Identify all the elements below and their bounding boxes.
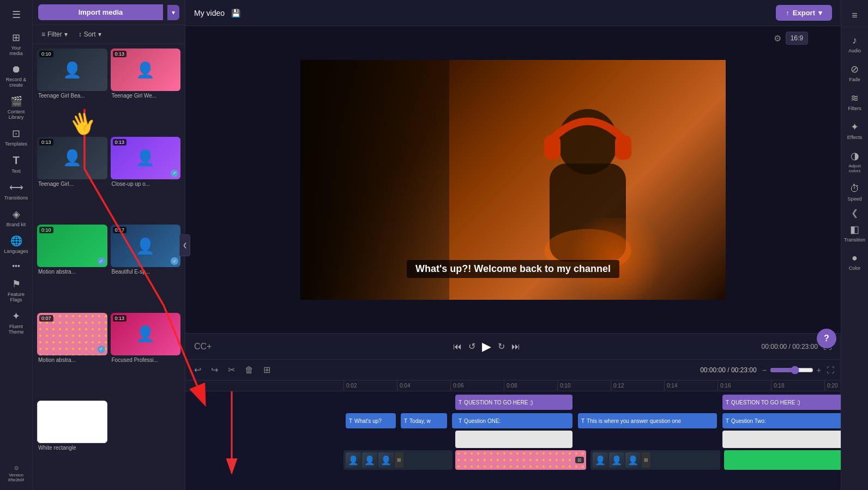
media-thumbnail: 👤 0:13	[111, 49, 181, 91]
sidebar-label-version: Version 85e2b0f	[4, 473, 28, 482]
sidebar-item-content-library[interactable]: 🎬 Content Library	[2, 92, 31, 123]
sidebar-item-more[interactable]: •••	[2, 258, 31, 274]
copy-button[interactable]: ⊞	[261, 362, 273, 377]
right-sidebar-transition[interactable]: ◧ Transition	[843, 219, 867, 247]
effects-icon: ✦	[851, 121, 859, 133]
right-sidebar-color[interactable]: ● Color	[843, 248, 867, 275]
clip-question-upper-2[interactable]: T QUESTION TO GO HERE :)	[722, 395, 841, 410]
sidebar-item-your-media[interactable]: ⊞ Your media	[2, 28, 31, 59]
clip-today[interactable]: T Today, w	[401, 413, 447, 428]
help-button[interactable]: ?	[817, 329, 836, 348]
skip-to-end-button[interactable]: ⏭	[511, 342, 520, 352]
clip-white-2[interactable]	[722, 431, 841, 448]
filter-chevron-icon: ▾	[64, 31, 68, 38]
export-button[interactable]: ↑ Export ▾	[776, 5, 832, 21]
forward-button[interactable]: ↻	[498, 341, 505, 352]
preview-settings-icon[interactable]: ⚙	[774, 33, 781, 44]
clip-question-two[interactable]: T Question Two:	[722, 413, 841, 428]
media-item[interactable]: 👤 0:10 Teenage Girl Bea...	[37, 49, 107, 134]
delete-button[interactable]: 🗑	[243, 363, 256, 377]
sidebar-item-transitions[interactable]: ⟷ Transitions	[2, 178, 31, 204]
clip-question-one[interactable]: T Question ONE:	[455, 413, 572, 428]
clip-answer-one[interactable]: T This is where you answer question one	[578, 413, 717, 428]
clip-label: What's up?	[354, 418, 382, 424]
right-sidebar-filters[interactable]: ≋ Filters	[843, 88, 867, 116]
sidebar-item-brand-kit[interactable]: ◈ Brand kit	[2, 205, 31, 231]
right-sidebar-fade[interactable]: ⊘ Fade	[843, 59, 867, 87]
media-item[interactable]: 👤 0:13 Focused Professi...	[111, 313, 181, 398]
right-sidebar-audio[interactable]: ♪ Audio	[843, 31, 867, 58]
filter-button[interactable]: ≡ Filter ▾	[38, 28, 71, 40]
right-sidebar-top: ≡	[841, 4, 868, 27]
media-thumbnail: 👤 0:17 ✓	[111, 225, 181, 267]
export-icon: ↑	[786, 9, 789, 17]
hamburger-menu[interactable]: ☰	[8, 4, 25, 25]
right-sidebar-speed[interactable]: ⏱ Speed	[843, 179, 867, 206]
clip-video-polka[interactable]: ⊠	[455, 450, 586, 470]
cut-button[interactable]: ✂	[226, 362, 237, 377]
text-clip-icon: T	[349, 418, 352, 424]
clip-video-green[interactable]: ⊠	[724, 450, 841, 470]
filter-icon: ≡	[41, 31, 45, 38]
aspect-ratio-badge[interactable]: 16:9	[786, 32, 808, 45]
zoom-out-button[interactable]: −	[762, 366, 767, 374]
timeline-area: ↩ ↪ ✂ 🗑 ⊞ 00:00:00 / 00:23:00 − + ⛶ 0:02…	[185, 359, 841, 490]
clip-white-1[interactable]	[455, 431, 572, 448]
panel-collapse-button[interactable]: ❮	[179, 234, 190, 256]
captions-button[interactable]: CC+	[194, 342, 212, 352]
sidebar-label-brand: Brand kit	[7, 222, 26, 227]
right-sidebar-collapse[interactable]: ❮	[841, 207, 868, 218]
sort-button[interactable]: ↕ Sort ▾	[75, 28, 105, 40]
import-media-dropdown-button[interactable]: ▾	[167, 5, 179, 20]
sidebar-item-text[interactable]: T Text	[2, 151, 31, 177]
undo-button[interactable]: ↩	[192, 362, 203, 377]
sidebar-item-record[interactable]: ⏺ Record & create	[2, 61, 31, 91]
skip-to-start-button[interactable]: ⏮	[453, 342, 462, 352]
clip-video-2[interactable]: 👤 👤 👤 ⊠	[590, 450, 720, 470]
media-item[interactable]: White rectangle	[37, 401, 107, 486]
redo-button[interactable]: ↪	[209, 362, 220, 377]
import-media-button[interactable]: Import media	[38, 4, 163, 20]
captions-right-icon[interactable]: ≡	[848, 7, 861, 25]
adjust-colors-icon: ◑	[851, 150, 859, 162]
zoom-in-button[interactable]: +	[817, 366, 821, 374]
media-duration: 0:13	[113, 51, 127, 57]
media-item[interactable]: 0:10 ✓ Motion abstra...	[37, 225, 107, 310]
media-thumbnail: 0:10 ✓	[37, 225, 107, 267]
brand-icon: ◈	[13, 208, 20, 220]
ruler-mark: 0:16	[718, 380, 771, 391]
play-button[interactable]: ▶	[482, 340, 491, 354]
clip-whatsup[interactable]: T What's up?	[346, 413, 396, 428]
speed-label: Speed	[847, 196, 861, 202]
media-duration: 0:13	[39, 139, 53, 146]
video-frame: What's up?! Welcome back to my channel	[300, 60, 726, 300]
media-item[interactable]: 👤 0:13 Teenage Girl We...	[111, 49, 181, 134]
media-item[interactable]: 0:07 ✓ Motion abstra...	[37, 313, 107, 398]
sidebar-item-feature-flags[interactable]: ⚑ Feature Flags	[2, 275, 31, 306]
preview-section: ⚙ 16:9	[185, 26, 841, 490]
clip-label: Today, w	[409, 418, 431, 424]
rewind-button[interactable]: ↺	[468, 341, 475, 352]
media-item[interactable]: 👤 0:13 Teenage Girl...	[37, 137, 107, 222]
sidebar-label-media: Your media	[4, 45, 28, 56]
sort-chevron-icon: ▾	[98, 31, 101, 38]
right-sidebar-effects[interactable]: ✦ Effects	[843, 117, 867, 144]
transition-label: Transition	[844, 237, 865, 243]
clip-question-upper-1[interactable]: T QUESTION TO GO HERE :)	[455, 395, 572, 410]
video-subtitle: What's up?! Welcome back to my channel	[407, 260, 619, 278]
clip-video-1[interactable]: 👤 👤 👤 ⊠	[343, 450, 453, 470]
media-check-icon: ✓	[171, 170, 178, 177]
sidebar-item-templates[interactable]: ⊡ Templates	[2, 124, 31, 150]
media-item[interactable]: 👤 0:17 ✓ Beautiful E-sp...	[111, 225, 181, 310]
sidebar-item-fluent-theme[interactable]: ✦ Fluent Theme	[2, 307, 31, 338]
zoom-slider[interactable]	[770, 366, 813, 374]
expand-timeline-button[interactable]: ⛶	[827, 366, 834, 374]
sidebar-label-content: Content Library	[4, 109, 28, 120]
save-icon[interactable]: 💾	[231, 9, 240, 17]
text-clip-icon: T	[459, 418, 462, 424]
right-sidebar-adjust-colors[interactable]: ◑ Adjust colors	[843, 146, 867, 178]
sidebar-label-theme: Fluent Theme	[4, 324, 28, 335]
media-duration: 0:10	[39, 227, 53, 233]
sidebar-item-languages[interactable]: 🌐 Languages	[2, 232, 31, 257]
media-item[interactable]: 👤 0:13 ✓ Close-up up o...	[111, 137, 181, 222]
